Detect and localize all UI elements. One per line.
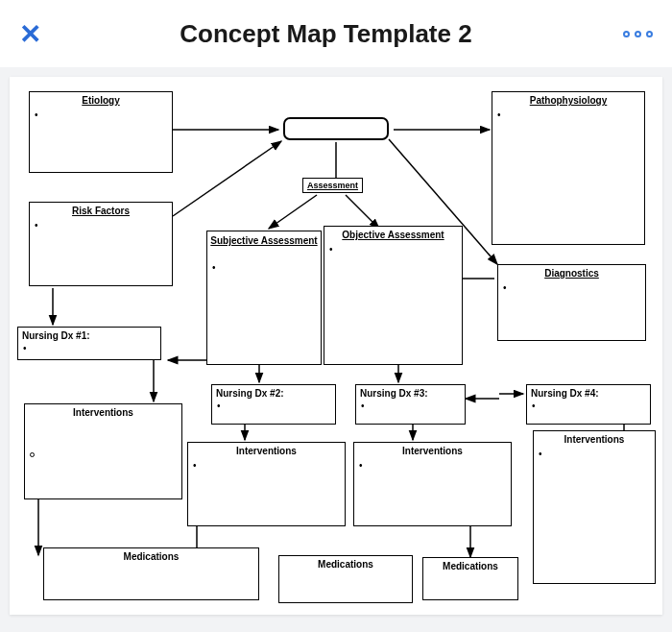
label-meds2: Medications xyxy=(279,556,412,571)
central-node xyxy=(283,117,389,140)
bullet: • xyxy=(23,343,27,353)
box-diagnostics: Diagnostics • xyxy=(497,264,646,341)
box-objective: Objective Assessment • xyxy=(324,226,463,365)
box-interventions-3: Interventions • xyxy=(353,442,512,526)
bullet: • xyxy=(497,109,501,120)
more-icon[interactable] xyxy=(623,31,653,37)
close-icon[interactable]: ✕ xyxy=(19,18,48,50)
label-pathophysiology: Pathophysiology xyxy=(492,92,644,107)
page-title: Concept Map Template 2 xyxy=(48,19,623,49)
dot-icon xyxy=(623,31,630,37)
bullet: • xyxy=(193,460,197,471)
bullet: • xyxy=(35,220,38,231)
box-medications-3: Medications xyxy=(422,557,518,600)
label-dx4: Nursing Dx #4: xyxy=(527,385,650,400)
box-pathophysiology: Pathophysiology • xyxy=(492,91,645,245)
label-interv4: Interventions xyxy=(534,431,655,446)
label-diagnostics: Diagnostics xyxy=(498,265,645,280)
bullet: • xyxy=(532,401,536,411)
label-etiology: Etiology xyxy=(30,92,172,107)
canvas-wrap: Etiology • Pathophysiology • Assessment … xyxy=(0,67,672,632)
bullet: • xyxy=(539,449,542,459)
label-interv2: Interventions xyxy=(188,443,345,457)
box-interventions-2: Interventions • xyxy=(187,442,346,526)
box-medications-2: Medications xyxy=(278,555,413,603)
concept-map-canvas: Etiology • Pathophysiology • Assessment … xyxy=(10,77,662,615)
label-assessment: Assessment xyxy=(302,178,363,193)
box-dx3: Nursing Dx #3: • xyxy=(355,384,466,425)
svg-line-5 xyxy=(269,195,317,229)
circle-icon xyxy=(30,452,35,457)
box-subjective: Subjective Assessment • xyxy=(206,231,322,365)
label-objective: Objective Assessment xyxy=(324,227,462,241)
label-meds3: Medications xyxy=(423,558,517,572)
label-interv1: Interventions xyxy=(25,404,181,419)
box-interventions-4: Interventions • xyxy=(533,430,656,584)
label-interv3: Interventions xyxy=(354,443,511,457)
box-risk-factors: Risk Factors • xyxy=(29,202,173,286)
label-risk-factors: Risk Factors xyxy=(30,203,172,217)
bullet: • xyxy=(361,401,365,411)
bullet: • xyxy=(212,262,216,273)
label-subjective: Subjective Assessment xyxy=(207,231,321,247)
label-meds1: Medications xyxy=(44,548,258,563)
label-dx3: Nursing Dx #3: xyxy=(356,385,465,400)
box-dx1: Nursing Dx #1: • xyxy=(17,327,161,360)
label-dx1: Nursing Dx #1: xyxy=(18,328,160,342)
box-dx4: Nursing Dx #4: • xyxy=(526,384,651,425)
svg-line-3 xyxy=(173,141,281,216)
label-dx2: Nursing Dx #2: xyxy=(212,385,335,400)
box-medications-1: Medications xyxy=(43,547,259,600)
bullet: • xyxy=(217,401,221,411)
box-interventions-1: Interventions xyxy=(24,403,182,499)
bullet: • xyxy=(359,460,363,471)
dot-icon xyxy=(635,31,641,37)
bullet: • xyxy=(503,282,507,293)
svg-line-6 xyxy=(346,195,379,229)
dot-icon xyxy=(646,31,653,37)
bullet: • xyxy=(35,109,38,120)
box-etiology: Etiology • xyxy=(29,91,173,173)
bullet: • xyxy=(329,244,333,255)
box-dx2: Nursing Dx #2: • xyxy=(211,384,336,425)
